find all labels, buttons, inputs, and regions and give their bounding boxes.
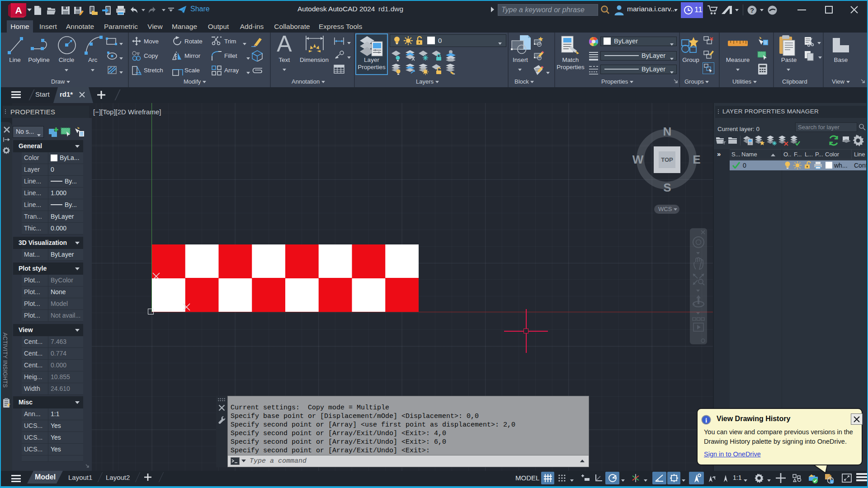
svg-text:A: A: [15, 5, 22, 15]
svg-text:i: i: [705, 417, 707, 424]
svg-text:i: i: [831, 480, 832, 484]
svg-text:?: ?: [750, 6, 754, 14]
